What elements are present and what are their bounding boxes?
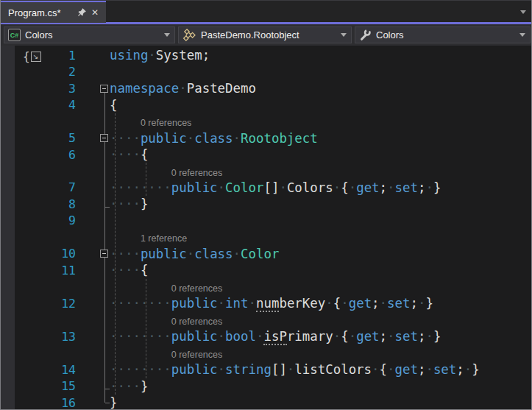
code-text[interactable]: ····{	[110, 147, 148, 162]
line-number: 10	[1, 247, 76, 261]
chevron-down-icon	[519, 33, 525, 37]
member-dropdown-label: Colors	[376, 29, 404, 40]
code-text[interactable]: namespace·PasteDemo	[110, 81, 256, 96]
code-line: 2	[1, 63, 531, 79]
code-line: 11····{	[1, 262, 531, 278]
code-rows: 1using·System;23namespace·PasteDemo4{···…	[1, 47, 531, 410]
line-number: 12	[1, 297, 76, 311]
code-text[interactable]: using·System;	[110, 48, 210, 63]
codelens-references-link[interactable]: ········0 references	[110, 164, 222, 179]
tab-program-cs[interactable]: Program.cs* ✕	[1, 2, 106, 23]
fold-collapse-box[interactable]	[100, 134, 108, 142]
code-text[interactable]: ····public·class·Color	[110, 247, 279, 261]
code-line: 5····public·class·Rootobject	[1, 130, 531, 146]
fold-collapse-box[interactable]	[100, 250, 108, 258]
property-wrench-icon	[359, 29, 372, 41]
codelens-row: ········0 references	[1, 344, 531, 361]
pin-icon[interactable]	[75, 6, 88, 19]
line-number: 13	[1, 330, 76, 344]
navigation-bar: C# Colors PasteDemo.Rootobject Colors	[1, 24, 531, 46]
line-number: 2	[1, 65, 76, 79]
code-line: 13········public·bool·isPrimary·{·get;·s…	[1, 328, 531, 344]
codelens-references-link[interactable]: ····0 references	[110, 114, 191, 129]
line-number: 6	[1, 148, 76, 162]
code-line: 6····{	[1, 146, 531, 163]
code-text[interactable]: ········public·Color[]·Colors·{·get;·set…	[110, 180, 441, 195]
line-number: 15	[1, 379, 76, 393]
tab-overflow-chevron-icon[interactable]	[520, 10, 526, 14]
code-text[interactable]: ····{	[110, 263, 148, 278]
code-text[interactable]: ····}	[110, 379, 148, 394]
line-number: 5	[1, 131, 76, 145]
code-line: 1using·System;	[1, 47, 531, 63]
codelens-row: ····0 references	[1, 113, 531, 130]
code-line: 12········public·int·numberKey·{·get;·se…	[1, 295, 531, 311]
code-editor[interactable]: { ↘ 1using·System;23namespace·PasteDemo4…	[1, 46, 531, 410]
code-text[interactable]: ········public·bool·isPrimary·{·get;·set…	[110, 329, 441, 344]
code-text[interactable]: ········public·string[]·listColors·{·get…	[110, 362, 480, 377]
type-dropdown[interactable]: PasteDemo.Rootobject	[178, 26, 352, 43]
line-number: 4	[1, 98, 76, 112]
code-line: 7········public·Color[]·Colors·{·get;·se…	[1, 180, 531, 196]
codelens-references-link[interactable]: ········0 references	[110, 280, 222, 294]
project-dropdown-label: Colors	[25, 29, 53, 40]
class-icon	[182, 28, 196, 42]
codelens-row: ········0 references	[1, 163, 531, 179]
code-line: 10····public·class·Color	[1, 246, 531, 262]
chevron-down-icon	[341, 33, 347, 37]
code-text[interactable]: ····}	[110, 197, 148, 211]
code-line: 4{	[1, 96, 531, 113]
code-text[interactable]: }	[110, 395, 117, 410]
codelens-row: ········0 references	[1, 279, 531, 295]
line-number: 16	[1, 396, 76, 410]
chevron-down-icon	[164, 33, 170, 37]
code-line: 8····}	[1, 196, 531, 212]
line-number: 7	[1, 180, 76, 194]
project-dropdown[interactable]: C# Colors	[4, 26, 175, 43]
code-line: 9	[1, 213, 531, 229]
tab-strip: Program.cs* ✕	[1, 0, 531, 22]
codelens-references-link[interactable]: ········0 references	[110, 346, 222, 361]
code-text[interactable]: ····public·class·Rootobject	[110, 131, 318, 146]
line-number: 8	[1, 197, 76, 211]
code-line: 16}	[1, 395, 531, 410]
line-number: 14	[1, 363, 76, 377]
line-number: 9	[1, 213, 76, 227]
codelens-references-link[interactable]: ····1 reference	[110, 230, 187, 244]
line-number: 1	[1, 49, 76, 63]
codelens-row: ········0 references	[1, 312, 531, 328]
member-dropdown[interactable]: Colors	[355, 26, 531, 43]
code-text[interactable]: {	[110, 98, 117, 113]
code-line: 3namespace·PasteDemo	[1, 80, 531, 96]
csharp-project-icon: C#	[8, 29, 21, 41]
code-line: 14········public·string[]·listColors·{·g…	[1, 361, 531, 378]
line-number: 3	[1, 82, 76, 96]
code-text[interactable]: ········public·int·numberKey·{·get;·set;…	[110, 296, 433, 311]
close-icon[interactable]: ✕	[88, 6, 102, 19]
vs-editor-window: Program.cs* ✕ C# Colors	[0, 0, 532, 410]
codelens-references-link[interactable]: ········0 references	[110, 313, 222, 328]
codelens-row: ····1 reference	[1, 229, 531, 245]
code-line: 15····}	[1, 378, 531, 394]
line-number: 11	[1, 264, 76, 278]
tab-title: Program.cs*	[8, 7, 75, 18]
type-dropdown-label: PasteDemo.Rootobject	[201, 29, 299, 40]
fold-collapse-box[interactable]	[100, 85, 108, 93]
